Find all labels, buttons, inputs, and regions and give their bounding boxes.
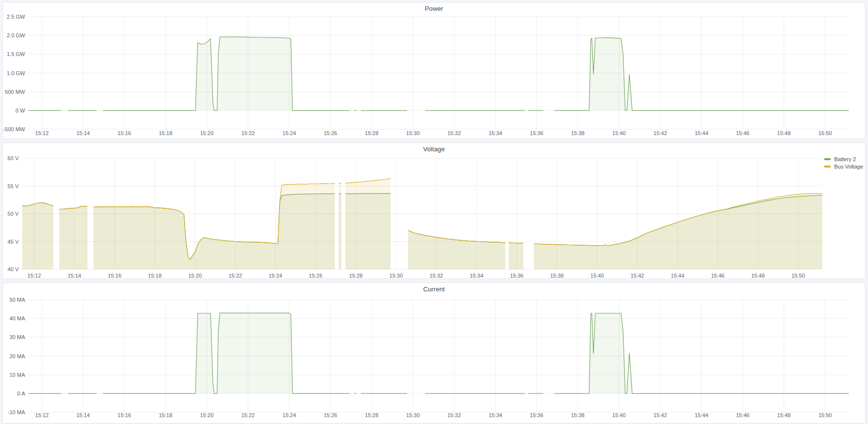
legend-swatch-icon: [824, 158, 831, 160]
svg-text:15:46: 15:46: [736, 412, 750, 418]
svg-text:15:28: 15:28: [365, 412, 379, 418]
panel-power: Power 15:1215:1415:1615:1815:2015:2215:2…: [2, 2, 866, 139]
svg-text:15:40: 15:40: [612, 130, 626, 136]
legend-label: Bus Voltage: [834, 164, 863, 170]
svg-text:15:38: 15:38: [571, 412, 585, 418]
svg-text:15:38: 15:38: [571, 130, 585, 136]
panel-title-voltage: Voltage: [423, 145, 445, 153]
panel-current: Current 15:1215:1415:1615:1815:2015:2215…: [2, 283, 866, 424]
svg-text:15:32: 15:32: [448, 130, 461, 136]
svg-text:15:48: 15:48: [751, 273, 765, 279]
svg-text:15:44: 15:44: [695, 412, 708, 418]
svg-text:15:36: 15:36: [530, 412, 544, 418]
current-chart[interactable]: 15:1215:1415:1615:1815:2015:2215:2415:26…: [3, 283, 865, 423]
svg-text:40 V: 40 V: [7, 266, 19, 272]
svg-text:2.5 GW: 2.5 GW: [7, 14, 26, 20]
svg-text:15:26: 15:26: [324, 130, 337, 136]
svg-text:15:24: 15:24: [282, 130, 296, 136]
svg-text:-500 MW: -500 MW: [3, 126, 25, 132]
svg-text:15:28: 15:28: [349, 273, 363, 279]
svg-text:15:20: 15:20: [200, 130, 214, 136]
svg-text:15:32: 15:32: [429, 273, 443, 279]
svg-text:15:42: 15:42: [653, 412, 667, 418]
svg-text:15:22: 15:22: [241, 130, 255, 136]
panel-header-current[interactable]: Current: [3, 283, 865, 295]
svg-text:15:46: 15:46: [711, 273, 725, 279]
svg-text:15:34: 15:34: [489, 412, 503, 418]
svg-text:15:42: 15:42: [631, 273, 644, 279]
svg-text:15:40: 15:40: [590, 273, 604, 279]
svg-text:15:38: 15:38: [550, 273, 564, 279]
legend-label: Battery 2: [834, 156, 856, 162]
legend-swatch-icon: [824, 166, 831, 168]
power-chart[interactable]: 15:1215:1415:1615:1815:2015:2215:2415:26…: [3, 2, 865, 139]
svg-text:15:22: 15:22: [228, 273, 242, 279]
svg-text:15:24: 15:24: [282, 412, 296, 418]
svg-text:15:12: 15:12: [35, 130, 49, 136]
svg-text:40 MA: 40 MA: [9, 315, 25, 321]
svg-text:10 MA: 10 MA: [9, 372, 25, 378]
svg-text:0 W: 0 W: [15, 108, 25, 113]
legend-item-battery-2[interactable]: Battery 2: [824, 156, 863, 162]
svg-text:15:48: 15:48: [777, 130, 791, 136]
svg-text:15:16: 15:16: [117, 412, 131, 418]
svg-text:15:50: 15:50: [818, 130, 832, 136]
panel-title-current: Current: [423, 285, 445, 293]
svg-text:1.5 GW: 1.5 GW: [7, 51, 26, 57]
svg-text:1.0 GW: 1.0 GW: [7, 70, 26, 76]
svg-text:15:18: 15:18: [148, 273, 162, 279]
svg-text:15:30: 15:30: [390, 273, 403, 279]
svg-text:60 V: 60 V: [7, 155, 19, 161]
svg-text:15:42: 15:42: [653, 130, 667, 136]
panel-header-power[interactable]: Power: [3, 2, 865, 14]
svg-text:50 V: 50 V: [7, 211, 19, 217]
svg-text:15:24: 15:24: [269, 273, 282, 279]
svg-text:500 MW: 500 MW: [5, 89, 26, 95]
svg-text:15:46: 15:46: [736, 130, 750, 136]
svg-text:15:40: 15:40: [612, 412, 626, 418]
svg-text:15:18: 15:18: [159, 412, 172, 418]
svg-text:15:48: 15:48: [777, 412, 791, 418]
svg-text:15:44: 15:44: [671, 273, 685, 279]
svg-text:15:16: 15:16: [108, 273, 122, 279]
svg-text:15:16: 15:16: [117, 130, 131, 136]
panel-voltage: Voltage 15:1215:1415:1615:1815:2015:2215…: [2, 142, 866, 279]
svg-text:15:50: 15:50: [818, 412, 832, 418]
svg-text:15:32: 15:32: [448, 412, 461, 418]
svg-text:15:26: 15:26: [324, 412, 337, 418]
svg-text:15:36: 15:36: [510, 273, 524, 279]
voltage-legend: Battery 2Bus Voltage: [824, 156, 863, 170]
svg-text:2.0 GW: 2.0 GW: [7, 32, 26, 38]
voltage-chart[interactable]: 15:1215:1415:1615:1815:2015:2215:2415:26…: [3, 143, 865, 279]
svg-text:15:30: 15:30: [406, 130, 420, 136]
svg-text:15:14: 15:14: [76, 412, 90, 418]
svg-text:-10 MA: -10 MA: [8, 409, 26, 415]
svg-text:15:18: 15:18: [159, 130, 172, 136]
svg-text:30 MA: 30 MA: [9, 334, 25, 340]
svg-text:15:34: 15:34: [470, 273, 483, 279]
legend-item-bus-voltage[interactable]: Bus Voltage: [824, 164, 863, 170]
svg-text:50 MA: 50 MA: [9, 297, 25, 303]
panel-header-voltage[interactable]: Voltage: [3, 143, 865, 155]
svg-text:15:36: 15:36: [530, 130, 544, 136]
svg-text:15:14: 15:14: [68, 273, 82, 279]
svg-text:20 MA: 20 MA: [9, 353, 25, 359]
svg-text:15:30: 15:30: [406, 412, 420, 418]
svg-text:15:50: 15:50: [791, 273, 805, 279]
svg-text:15:12: 15:12: [35, 412, 49, 418]
svg-text:15:12: 15:12: [28, 273, 41, 279]
svg-text:45 V: 45 V: [7, 239, 19, 245]
panel-title-power: Power: [425, 5, 443, 12]
svg-text:55 V: 55 V: [7, 183, 19, 189]
svg-text:15:28: 15:28: [365, 130, 379, 136]
svg-text:15:14: 15:14: [76, 130, 90, 136]
svg-text:15:34: 15:34: [489, 130, 503, 136]
svg-text:15:22: 15:22: [241, 412, 255, 418]
svg-text:0 A: 0 A: [17, 391, 26, 396]
svg-text:15:26: 15:26: [309, 273, 323, 279]
svg-text:15:44: 15:44: [695, 130, 708, 136]
svg-text:15:20: 15:20: [188, 273, 202, 279]
svg-text:15:20: 15:20: [200, 412, 214, 418]
